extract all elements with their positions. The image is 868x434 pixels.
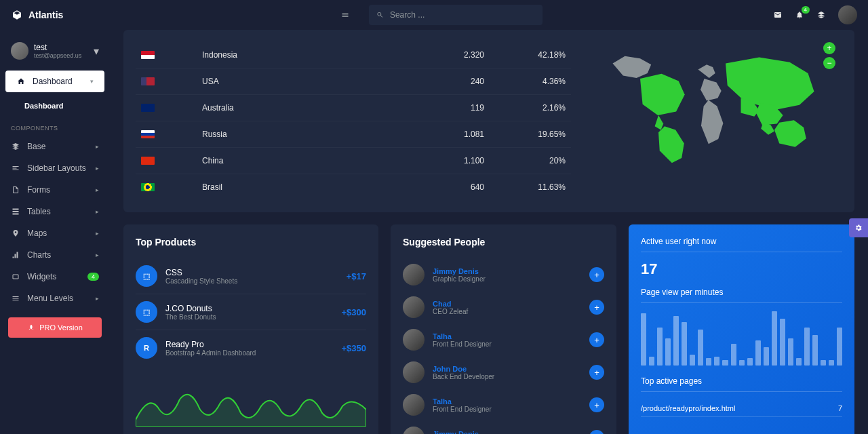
country-name: China [202, 156, 416, 165]
flag-icon [141, 77, 155, 85]
top-products-card: Top Products ⬚CSSCascading Style Sheets+… [123, 224, 378, 434]
add-person-button[interactable]: + [589, 397, 604, 412]
settings-fab[interactable] [849, 218, 868, 237]
layers-icon[interactable] [816, 10, 826, 20]
person-name[interactable]: Chad [433, 300, 468, 308]
nav-icon [11, 272, 20, 281]
bar [714, 357, 719, 366]
nav-section-label: COMPONENTS [0, 115, 110, 136]
country-pct: 11.63% [484, 182, 566, 192]
nav-item-forms[interactable]: Forms▸ [0, 179, 110, 201]
nav-dashboard[interactable]: Dashboard ▾ [5, 71, 104, 92]
person-name[interactable]: Jimmy Denis [433, 267, 486, 275]
add-person-button[interactable]: + [589, 300, 604, 315]
country-value: 1.081 [416, 130, 484, 139]
product-desc: Bootstrap 4 Admin Dashboard [165, 349, 256, 357]
search-input[interactable] [390, 10, 536, 20]
product-name: J.CO Donuts [165, 304, 216, 313]
bar [764, 347, 769, 366]
country-pct: 19.65% [484, 130, 566, 139]
zoom-out-button[interactable]: − [823, 57, 835, 69]
person-name[interactable]: Talha [433, 332, 492, 340]
stats-row: China1.10020% [136, 148, 571, 174]
bar [682, 322, 687, 366]
product-row: ⬚J.CO DonutsThe Best Donuts+$300 [136, 294, 366, 330]
bar [690, 355, 695, 366]
product-desc: Cascading Style Sheets [165, 277, 237, 285]
stats-row: Russia1.08119.65% [136, 121, 571, 148]
add-person-button[interactable]: + [589, 430, 604, 434]
pro-version-button[interactable]: PRO Version [8, 317, 102, 338]
notifications-icon[interactable]: 4 [795, 10, 804, 20]
nav-item-sidebar-layouts[interactable]: Sidebar Layouts▸ [0, 157, 110, 179]
bar [837, 328, 842, 366]
nav-item-maps[interactable]: Maps▸ [0, 222, 110, 244]
brand-name: Atlantis [28, 9, 63, 20]
messages-icon[interactable] [773, 10, 783, 20]
page-row: /product/readypro/index.html 7 [641, 400, 842, 417]
person-row: Jimmy DenisGraphic Designer+ [403, 421, 604, 434]
person-name[interactable]: Jimmy Denis [433, 430, 486, 435]
product-price: +$300 [341, 307, 366, 317]
products-sparkline [136, 372, 366, 427]
zoom-in-button[interactable]: + [823, 42, 835, 54]
bar [722, 360, 728, 366]
person-name[interactable]: Talha [433, 397, 492, 406]
sidebar: test test@appseed.us ▾ Dashboard ▾ Dashb… [0, 30, 110, 434]
product-name: Ready Pro [165, 340, 256, 349]
nav-icon [11, 229, 20, 238]
product-price: +$17 [347, 271, 366, 281]
nav-item-charts[interactable]: Charts▸ [0, 244, 110, 266]
country-pct: 2.16% [484, 103, 566, 113]
search-icon [376, 10, 384, 20]
nav-dashboard-sub[interactable]: Dashboard [0, 96, 110, 115]
nav-item-menu-levels[interactable]: Menu Levels▸ [0, 288, 110, 309]
nav-item-base[interactable]: Base▸ [0, 136, 110, 157]
person-row: Jimmy DenisGraphic Designer+ [403, 258, 604, 291]
bar [649, 357, 654, 366]
product-row: ⬚CSSCascading Style Sheets+$17 [136, 258, 366, 294]
brand-logo[interactable]: Atlantis [11, 9, 110, 21]
product-price: +$350 [341, 343, 366, 353]
stats-row: USA2404.36% [136, 68, 571, 95]
country-name: Brasil [202, 182, 416, 192]
active-users-card: Active user right now 17 Page view per m… [629, 224, 854, 434]
nav-label: Forms [27, 185, 50, 195]
add-person-button[interactable]: + [589, 267, 604, 282]
user-name: test [34, 43, 81, 52]
bar [780, 319, 785, 366]
country-value: 240 [416, 77, 484, 86]
menu-toggle-icon[interactable] [340, 10, 350, 20]
sidebar-user[interactable]: test test@appseed.us ▾ [0, 35, 110, 66]
stats-row: Brasil64011.63% [136, 174, 571, 200]
add-person-button[interactable]: + [589, 365, 604, 380]
search-box[interactable] [369, 5, 542, 25]
country-name: Indonesia [202, 50, 416, 60]
avatar [11, 42, 28, 60]
chevron-icon: ▸ [96, 143, 99, 150]
bar [796, 358, 802, 366]
product-icon: R [136, 337, 157, 359]
bar [739, 360, 745, 366]
nav-label: Tables [27, 207, 51, 216]
person-name[interactable]: John Doe [433, 365, 494, 373]
bar [731, 344, 736, 366]
bar [812, 335, 818, 366]
world-map[interactable]: + − [585, 42, 842, 200]
flag-icon [141, 130, 155, 138]
top-pages-title: Top active pages [641, 376, 842, 386]
person-avatar [403, 394, 425, 416]
add-person-button[interactable]: + [589, 332, 604, 347]
person-row: ChadCEO Zeleaf+ [403, 291, 604, 323]
nav-item-widgets[interactable]: Widgets4 [0, 266, 110, 288]
flag-icon [141, 51, 155, 59]
pageview-title: Page view per minutes [641, 288, 842, 297]
user-avatar[interactable] [838, 5, 857, 24]
person-avatar [403, 427, 425, 434]
nav-item-tables[interactable]: Tables▸ [0, 201, 110, 222]
nav-icon [11, 142, 20, 151]
gear-icon [854, 223, 863, 233]
person-role: Back End Developer [433, 373, 494, 380]
bar [804, 328, 810, 366]
person-role: Front End Designer [433, 406, 492, 413]
